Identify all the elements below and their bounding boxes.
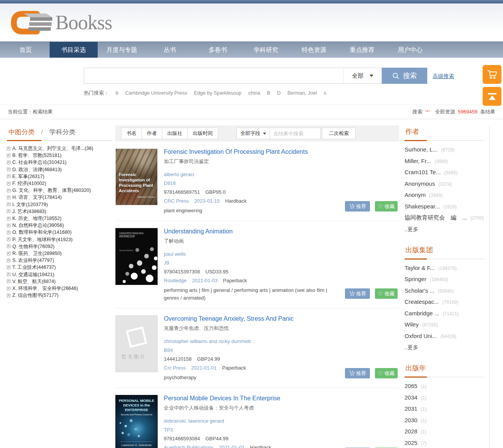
category-item[interactable]: U. 交通运输(19421) (7, 271, 112, 278)
author-facet-item[interactable]: Anonym(2849) (405, 190, 485, 201)
category-item[interactable]: A. 马克思主义、列宁主义、毛泽...(36) (7, 145, 112, 152)
hot-term[interactable]: s (324, 90, 326, 96)
book-author-link[interactable]: paul wells (164, 251, 186, 257)
category-item[interactable]: S. 农业科学(47797) (7, 257, 112, 264)
category-item[interactable]: N. 自然科学总论(39056) (7, 222, 112, 229)
book-class-code-link[interactable]: D916 (164, 180, 176, 186)
category-item[interactable]: F. 经济(410002) (7, 180, 112, 187)
book-author-link[interactable]: alberto geraci (164, 172, 194, 177)
book-publisher-link[interactable]: CRC Press (164, 198, 189, 204)
expand-plus-icon[interactable] (7, 161, 10, 164)
secondary-search-button[interactable]: 二次检索 (322, 128, 356, 139)
nav-item-series[interactable]: 丛书 (146, 42, 194, 58)
nav-item-book-selection[interactable]: 书目采选 (50, 42, 98, 58)
back-to-top-button[interactable] (483, 87, 501, 106)
hot-term[interactable]: D (277, 90, 280, 96)
field-select[interactable]: 全部字段 (237, 128, 270, 139)
hot-term[interactable]: Berman, Joel (287, 90, 317, 96)
refine-search-input[interactable] (270, 128, 321, 139)
hot-term[interactable]: Cambridge University Press (125, 90, 187, 96)
nav-item-user-center[interactable]: 用户中心 (386, 42, 434, 58)
publisher-facet-item[interactable]: Wiley(67255) (405, 319, 485, 331)
expand-plus-icon[interactable] (7, 147, 10, 150)
category-item[interactable]: V. 航空、航天(6874) (7, 278, 112, 285)
nav-item-subject-research[interactable]: 学科研究 (242, 42, 290, 58)
category-item[interactable]: Z. 综合性图书(57177) (7, 292, 112, 299)
expand-plus-icon[interactable] (7, 196, 10, 199)
year-facet-item[interactable]: 2065(1) (405, 381, 485, 392)
expand-plus-icon[interactable] (7, 217, 10, 220)
author-facet-item[interactable]: Cram101 Te...(3485) (405, 167, 485, 178)
publisher-facet-item[interactable]: Taylor & F...(194379) (405, 263, 485, 274)
expand-plus-icon[interactable] (7, 287, 10, 290)
nav-item-monthly-topics[interactable]: 月度与专题 (98, 42, 146, 58)
year-facet-item[interactable]: 2030(1) (405, 415, 485, 426)
category-item[interactable]: H. 语言、文字(178414) (7, 194, 112, 201)
category-item[interactable]: X. 环境科学、安全科学(26646) (7, 285, 112, 292)
search-button[interactable]: 搜索 (382, 68, 427, 84)
year-facet-item[interactable]: 2028(1) (405, 426, 485, 438)
book-publisher-link[interactable]: Routledge (164, 278, 187, 283)
category-item[interactable]: P. 天文学、地球科学(41923) (7, 236, 112, 243)
category-item[interactable]: G. 文化、科学、教育、体育(480320) (7, 187, 112, 194)
book-cover[interactable]: UNDERSTANDING ANIMATION PAUL WELLS Secon… (115, 228, 158, 285)
expand-plus-icon[interactable] (7, 182, 10, 185)
favorite-button[interactable]: ♡ 收藏 (375, 288, 398, 299)
category-item[interactable]: T. 工业技术(446737) (7, 264, 112, 271)
category-item[interactable]: E. 军事(26317) (7, 173, 112, 180)
book-title-link[interactable]: Personal Mobile Devices In The Enterpris… (164, 395, 399, 402)
expand-plus-icon[interactable] (7, 238, 10, 241)
expand-plus-icon[interactable] (7, 252, 10, 255)
book-author-link[interactable]: dobranski, lawrence gerard (164, 418, 224, 424)
tab-clc-classification[interactable]: 中图分类 (8, 128, 35, 136)
favorite-button[interactable]: ♡ 收藏 (375, 201, 398, 212)
publisher-facet-item[interactable]: Springer(186463) (405, 274, 485, 285)
year-facet-item[interactable]: 2034(1) (405, 392, 485, 404)
book-cover-placeholder[interactable]: 暂无图片 (115, 315, 158, 372)
year-facet-item[interactable]: 2025(7) (405, 438, 485, 448)
expand-plus-icon[interactable] (7, 210, 10, 213)
hot-term[interactable]: Edge by Sparklesoup (194, 90, 242, 96)
category-item[interactable]: K. 历史、地理(718552) (7, 215, 112, 222)
nav-item-multivolume[interactable]: 多卷书 (194, 42, 242, 58)
expand-plus-icon[interactable] (7, 175, 10, 178)
category-item[interactable]: Q. 生物科学(76092) (7, 243, 112, 250)
sort-by-author-button[interactable]: 作者 (142, 128, 162, 139)
category-item[interactable]: B. 哲学、宗教(525181) (7, 152, 112, 159)
search-scope-select[interactable]: 全部 (343, 68, 381, 83)
publisher-facet-item[interactable]: Oxford Uni...(64429) (405, 331, 485, 342)
publisher-facet-item[interactable]: Createspac...(79169) (405, 296, 485, 308)
author-facet-item[interactable]: 協同教育研究会 編 ...(2700) (405, 212, 485, 224)
favorite-button[interactable]: ♡ 收藏 (375, 368, 398, 378)
sort-by-title-button[interactable]: 书名 (121, 128, 142, 139)
advanced-search-link[interactable]: 高级搜索 (433, 73, 454, 80)
book-class-code-link[interactable]: B84 (164, 347, 173, 353)
expand-plus-icon[interactable] (7, 189, 10, 192)
sort-by-pubdate-button[interactable]: 出版时间 (187, 128, 218, 139)
expand-plus-icon[interactable] (7, 168, 10, 171)
nav-item-featured-resources[interactable]: 特色资源 (290, 42, 338, 58)
hot-term[interactable]: B (267, 90, 270, 96)
category-item[interactable]: C. 社会科学总论(310421) (7, 159, 112, 166)
expand-plus-icon[interactable] (7, 273, 10, 276)
site-logo[interactable]: Bookss (9, 9, 112, 37)
book-author-link[interactable]: christopher williams and nicky dummett (164, 338, 251, 344)
book-cover[interactable]: Forensic Investigation of Processing Pla… (115, 148, 158, 205)
expand-plus-icon[interactable] (7, 266, 10, 269)
category-item[interactable]: D. 政治、法律(468413) (7, 166, 112, 173)
book-publisher-link[interactable]: Crc Press (164, 365, 186, 371)
book-publisher-link[interactable]: Auerbach Publications (164, 445, 213, 448)
expand-plus-icon[interactable] (7, 231, 10, 234)
book-class-code-link[interactable]: J9 (164, 260, 169, 266)
sort-by-publisher-button[interactable]: 出版社 (162, 128, 188, 139)
author-facet-item[interactable]: Anonymous(3274) (405, 178, 485, 190)
book-class-code-link[interactable]: TP3 (164, 427, 173, 433)
author-facet-item[interactable]: Miller, Fr...(3989) (405, 156, 485, 167)
expand-plus-icon[interactable] (7, 294, 10, 297)
category-item[interactable]: R. 医药、卫生(289850) (7, 250, 112, 257)
nav-item-key-recommendations[interactable]: 重点推荐 (338, 42, 386, 58)
publishers-more-link[interactable]: ..更多 (405, 342, 485, 353)
publisher-facet-item[interactable]: Scholar's ...(93945) (405, 285, 485, 297)
expand-plus-icon[interactable] (7, 259, 10, 262)
book-title-link[interactable]: Overcoming Teenage Anxiety, Stress And P… (164, 315, 399, 322)
